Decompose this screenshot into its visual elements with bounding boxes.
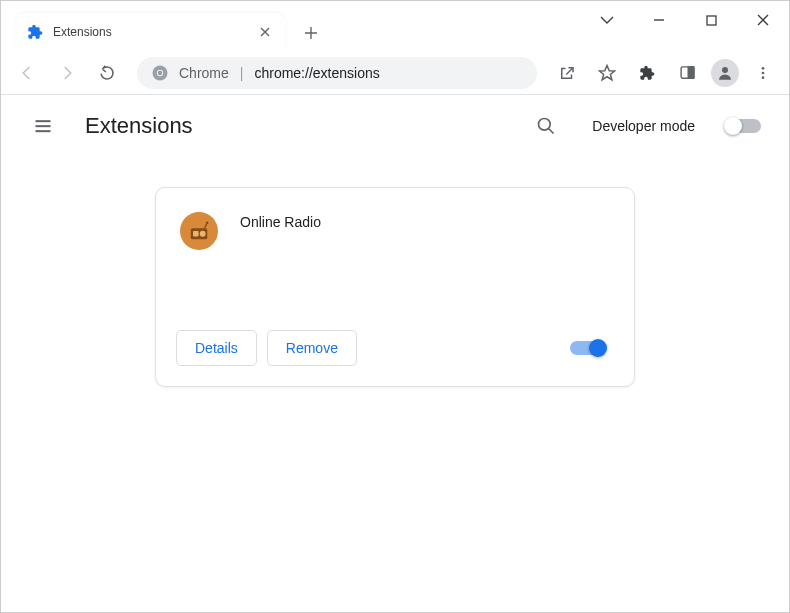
page-header: Extensions Developer mode xyxy=(1,95,789,157)
svg-point-3 xyxy=(158,70,163,75)
new-tab-button[interactable] xyxy=(297,19,325,47)
details-button[interactable]: Details xyxy=(176,330,257,366)
extensions-puzzle-icon[interactable] xyxy=(631,57,663,89)
omnibox-prefix: Chrome xyxy=(179,65,229,81)
toggle-knob xyxy=(589,339,607,357)
chrome-icon xyxy=(151,64,169,82)
radio-icon xyxy=(180,212,218,250)
svg-point-18 xyxy=(206,222,208,224)
sidepanel-icon[interactable] xyxy=(671,57,703,89)
search-button[interactable] xyxy=(526,106,566,146)
omnibox[interactable]: Chrome | chrome://extensions xyxy=(137,57,537,89)
content-area: Online Radio Details Remove xyxy=(1,157,789,387)
forward-button[interactable] xyxy=(51,57,83,89)
svg-point-7 xyxy=(762,67,765,70)
svg-point-6 xyxy=(722,67,728,73)
profile-button[interactable] xyxy=(711,59,739,87)
omnibox-url: chrome://extensions xyxy=(254,65,379,81)
svg-rect-10 xyxy=(36,120,51,122)
svg-rect-11 xyxy=(36,125,51,127)
browser-toolbar: Chrome | chrome://extensions xyxy=(1,51,789,95)
bookmark-icon[interactable] xyxy=(591,57,623,89)
back-button[interactable] xyxy=(11,57,43,89)
svg-rect-5 xyxy=(688,67,694,78)
minimize-button[interactable] xyxy=(633,1,685,39)
developer-mode-toggle[interactable] xyxy=(725,119,761,133)
svg-point-9 xyxy=(762,76,765,79)
browser-tab[interactable]: Extensions xyxy=(15,13,285,51)
remove-button[interactable]: Remove xyxy=(267,330,357,366)
puzzle-icon xyxy=(27,24,43,40)
window-controls xyxy=(581,1,789,39)
svg-point-15 xyxy=(200,231,206,237)
tab-title: Extensions xyxy=(53,25,247,39)
titlebar: Extensions xyxy=(1,1,789,51)
toggle-knob xyxy=(724,117,742,135)
kebab-menu-icon[interactable] xyxy=(747,57,779,89)
omnibox-divider: | xyxy=(240,65,244,81)
extension-card-actions: Details Remove xyxy=(156,318,634,386)
svg-point-13 xyxy=(539,119,551,131)
svg-rect-12 xyxy=(36,130,51,132)
extension-card: Online Radio Details Remove xyxy=(155,187,635,387)
close-tab-button[interactable] xyxy=(257,24,273,40)
extension-enable-toggle[interactable] xyxy=(570,341,606,355)
maximize-button[interactable] xyxy=(685,1,737,39)
hamburger-menu-button[interactable] xyxy=(23,106,63,146)
svg-rect-0 xyxy=(707,16,716,25)
svg-point-8 xyxy=(762,71,765,74)
page-title: Extensions xyxy=(85,113,504,139)
svg-rect-16 xyxy=(193,231,199,237)
chevron-down-icon[interactable] xyxy=(581,1,633,39)
close-window-button[interactable] xyxy=(737,1,789,39)
extension-card-header: Online Radio xyxy=(156,188,634,318)
developer-mode-label: Developer mode xyxy=(592,118,695,134)
extension-name: Online Radio xyxy=(240,212,321,318)
reload-button[interactable] xyxy=(91,57,123,89)
share-icon[interactable] xyxy=(551,57,583,89)
